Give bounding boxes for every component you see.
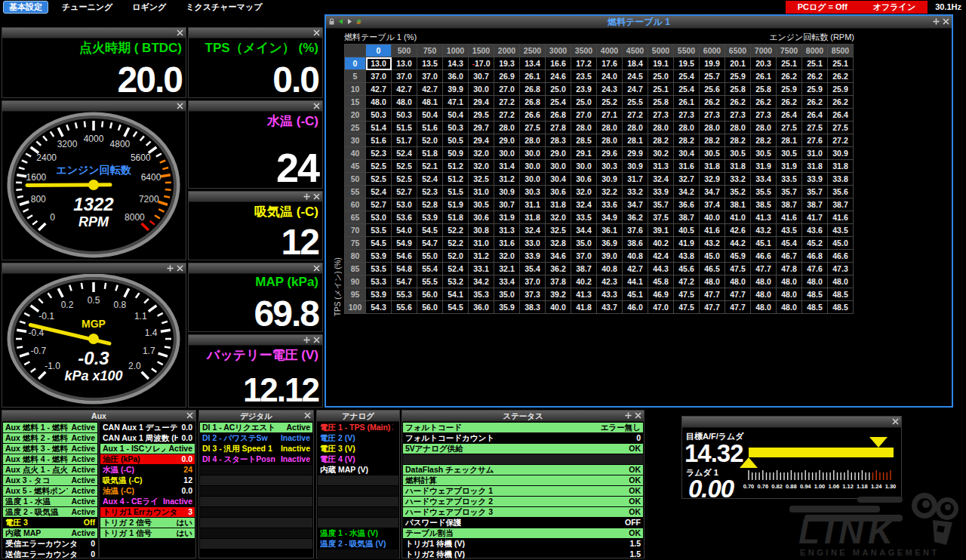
fuel-cell[interactable]: 27.1 xyxy=(597,109,623,122)
analog-row[interactable]: 内蔵 MAP (V) xyxy=(318,465,398,475)
fuel-cell[interactable]: 51.6 xyxy=(417,122,443,134)
fuel-cell[interactable]: 30.9 xyxy=(623,160,648,173)
fuel-cell[interactable]: 30.6 xyxy=(571,173,597,186)
fuel-cell[interactable]: 53.5 xyxy=(366,263,392,275)
fuel-cell[interactable]: 19.3 xyxy=(494,57,520,70)
fuel-cell[interactable]: 55.6 xyxy=(392,301,417,314)
fuel-cell[interactable]: 28.2 xyxy=(648,134,674,147)
analog-row[interactable]: 温度 1 - 水温 (V) xyxy=(318,528,398,538)
fuel-cell[interactable]: 54.9 xyxy=(392,237,417,250)
fuel-cell[interactable]: 30.3 xyxy=(597,160,623,173)
fuel-cell[interactable]: 30.3 xyxy=(520,186,546,198)
fuel-cell[interactable]: 45.0 xyxy=(828,237,854,250)
fuel-cell[interactable]: 42.7 xyxy=(623,263,648,275)
row-header[interactable]: 50 xyxy=(345,173,366,186)
fuel-cell[interactable]: 51.5 xyxy=(443,186,469,198)
fuel-cell[interactable]: 26.1 xyxy=(674,96,700,109)
fuel-cell[interactable]: 55.3 xyxy=(392,288,417,301)
tab-2[interactable]: ロギング xyxy=(126,1,172,14)
fuel-cell[interactable]: 30.6 xyxy=(469,211,494,224)
aux-row[interactable]: 電圧 3Off xyxy=(3,518,97,528)
col-header[interactable]: 750 xyxy=(417,45,443,57)
fuel-cell[interactable]: 55.5 xyxy=(417,275,443,288)
aux-row[interactable]: Aux 燃料 1 - 燃料噴射Active xyxy=(3,423,97,432)
fuel-cell[interactable]: 38.3 xyxy=(520,301,546,314)
fuel-cell[interactable]: 48.0 xyxy=(777,301,802,314)
fuel-cell[interactable]: 47.5 xyxy=(674,301,700,314)
fuel-cell[interactable]: 31.3 xyxy=(494,224,520,237)
move-icon[interactable] xyxy=(303,193,310,200)
fuel-cell[interactable]: 46.6 xyxy=(828,250,854,263)
fuel-cell[interactable]: 44.2 xyxy=(725,237,751,250)
panel-titlebar[interactable] xyxy=(682,417,901,428)
analog-row[interactable]: 電圧 1 - TPS (Main) 取得デ xyxy=(318,423,398,432)
close-icon[interactable] xyxy=(892,418,899,425)
fuel-cell[interactable]: 53.6 xyxy=(392,211,417,224)
fuel-cell[interactable]: 28.2 xyxy=(751,134,777,147)
col-header[interactable]: 4500 xyxy=(623,45,648,57)
fuel-cell[interactable]: 29.1 xyxy=(571,147,597,160)
fuel-cell[interactable]: 29.9 xyxy=(623,147,648,160)
fuel-cell[interactable]: 26.2 xyxy=(777,70,802,83)
fuel-cell[interactable]: 52.1 xyxy=(417,160,443,173)
panel-titlebar[interactable]: デジタル xyxy=(199,411,313,422)
fuel-cell[interactable]: 47.2 xyxy=(674,275,700,288)
fuel-cell[interactable]: 33.1 xyxy=(469,263,494,275)
row-header[interactable]: 5 xyxy=(345,70,366,83)
fuel-cell[interactable]: 47.8 xyxy=(777,263,802,275)
fuel-cell[interactable]: 25.2 xyxy=(597,96,623,109)
fuel-cell[interactable]: 54.7 xyxy=(417,237,443,250)
fuel-cell[interactable]: -17.0 xyxy=(469,57,494,70)
fuel-cell[interactable]: 27.8 xyxy=(546,122,571,134)
fuel-cell[interactable]: 25.0 xyxy=(571,96,597,109)
fuel-cell[interactable]: 30.5 xyxy=(725,147,751,160)
fuel-cell[interactable]: 27.6 xyxy=(802,134,828,147)
fuel-cell[interactable]: 27.3 xyxy=(751,109,777,122)
fuel-cell[interactable]: 52.5 xyxy=(392,160,417,173)
fuel-cell[interactable]: 26.9 xyxy=(494,70,520,83)
fuel-cell[interactable]: 28.0 xyxy=(725,122,751,134)
fuel-cell[interactable]: 25.4 xyxy=(546,96,571,109)
col-header[interactable]: 5500 xyxy=(674,45,700,57)
row-header[interactable]: 25 xyxy=(345,122,366,134)
col-header[interactable]: 3000 xyxy=(546,45,571,57)
fuel-cell[interactable]: 32.0 xyxy=(546,211,571,224)
fuel-cell[interactable]: 27.2 xyxy=(828,134,854,147)
fuel-cell[interactable]: 35.7 xyxy=(802,186,828,198)
fuel-cell[interactable]: 25.1 xyxy=(777,57,802,70)
row-header[interactable]: 60 xyxy=(345,198,366,211)
close-icon[interactable] xyxy=(186,412,193,419)
fuel-cell[interactable]: 37.4 xyxy=(700,198,725,211)
fuel-cell[interactable]: 48.5 xyxy=(828,288,854,301)
fuel-cell[interactable]: 27.3 xyxy=(674,109,700,122)
fuel-cell[interactable]: 53.0 xyxy=(366,211,392,224)
fuel-cell[interactable]: 45.8 xyxy=(648,275,674,288)
close-icon[interactable] xyxy=(177,29,183,36)
fuel-cell[interactable]: 25.1 xyxy=(648,83,674,96)
fuel-cell[interactable]: 43.3 xyxy=(597,288,623,301)
fuel-cell[interactable]: 27.5 xyxy=(828,122,854,134)
fuel-cell[interactable]: 26.2 xyxy=(828,96,854,109)
fuel-cell[interactable]: 47.0 xyxy=(648,301,674,314)
fuel-cell[interactable]: 41.3 xyxy=(571,288,597,301)
fuel-cell[interactable]: 17.6 xyxy=(597,57,623,70)
close-icon[interactable] xyxy=(635,412,641,419)
fuel-cell[interactable]: 29.5 xyxy=(469,109,494,122)
fuel-window-titlebar[interactable]: 燃料テーブル 1 xyxy=(326,16,952,29)
fuel-cell[interactable]: 44.3 xyxy=(648,263,674,275)
fuel-cell[interactable]: 31.7 xyxy=(623,173,648,186)
fuel-cell[interactable]: 30.5 xyxy=(700,147,725,160)
fuel-cell[interactable]: 53.9 xyxy=(417,211,443,224)
fuel-cell[interactable]: 28.0 xyxy=(674,122,700,134)
fuel-cell[interactable]: 53.0 xyxy=(392,198,417,211)
fuel-cell[interactable]: 31.4 xyxy=(494,160,520,173)
fuel-cell[interactable]: 56.0 xyxy=(417,288,443,301)
fuel-cell[interactable]: 35.6 xyxy=(828,186,854,198)
row-header[interactable]: 30 xyxy=(345,134,366,147)
fuel-cell[interactable]: 27.5 xyxy=(777,122,802,134)
aux-row[interactable]: Aux 点火 1 - 点火Active xyxy=(3,465,97,475)
fuel-cell[interactable]: 31.9 xyxy=(777,160,802,173)
fuel-cell[interactable]: 36.2 xyxy=(546,263,571,275)
fuel-cell[interactable]: 39.2 xyxy=(546,288,571,301)
fuel-cell[interactable]: 35.2 xyxy=(725,186,751,198)
